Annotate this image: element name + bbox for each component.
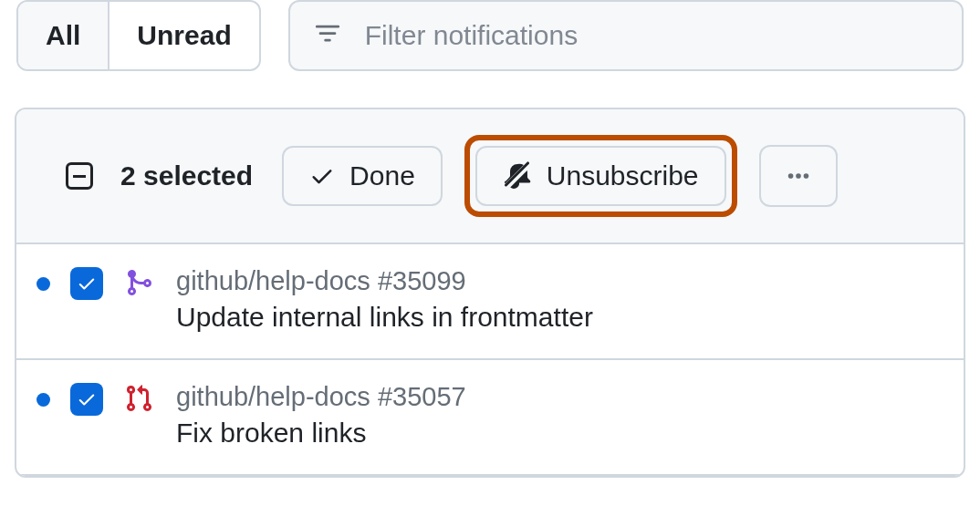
read-filter-tabs: All Unread: [16, 0, 261, 71]
notifications-panel: 2 selected Done Unsubscribe: [15, 108, 965, 478]
notification-row[interactable]: github/help-docs #35057 Fix broken links: [16, 360, 964, 476]
notification-row[interactable]: github/help-docs #35099 Update internal …: [16, 244, 964, 360]
done-label: Done: [349, 160, 415, 191]
unread-dot-icon: [36, 277, 50, 291]
filter-field[interactable]: [288, 0, 964, 71]
bell-slash-icon: [503, 161, 532, 191]
bulk-action-bar: 2 selected Done Unsubscribe: [16, 109, 964, 244]
row-checkbox[interactable]: [70, 267, 103, 300]
unsubscribe-button[interactable]: Unsubscribe: [475, 146, 726, 206]
repo-name: github/help-docs: [176, 382, 370, 411]
merged-pr-icon: [123, 268, 154, 297]
filter-icon: [314, 22, 341, 49]
select-all-checkbox[interactable]: [66, 162, 93, 190]
unsubscribe-label: Unsubscribe: [547, 160, 699, 191]
open-pr-icon: [123, 384, 154, 413]
issue-number: #35099: [378, 266, 466, 295]
done-button[interactable]: Done: [282, 146, 443, 206]
tab-all[interactable]: All: [18, 2, 108, 69]
repo-name: github/help-docs: [176, 266, 370, 295]
check-icon: [309, 163, 335, 189]
issue-number: #35057: [378, 382, 466, 411]
kebab-icon: [785, 162, 812, 190]
selected-count: 2 selected: [120, 160, 253, 191]
unread-dot-icon: [36, 393, 50, 407]
unsubscribe-highlight: Unsubscribe: [464, 135, 737, 217]
notification-title: Update internal links in frontmatter: [176, 302, 593, 333]
row-checkbox[interactable]: [70, 383, 103, 416]
filter-input[interactable]: [363, 19, 938, 52]
more-actions-button[interactable]: [759, 145, 838, 207]
tab-unread[interactable]: Unread: [108, 2, 258, 69]
notification-title: Fix broken links: [176, 418, 466, 449]
